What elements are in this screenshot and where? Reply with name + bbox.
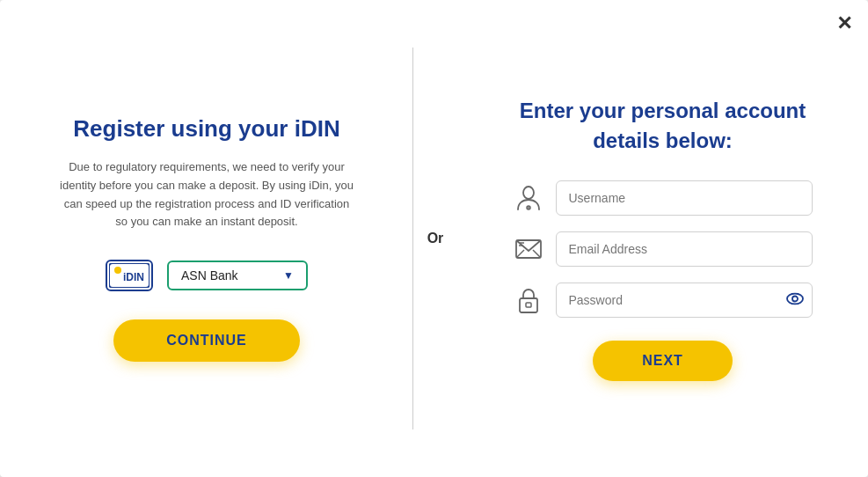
username-input-wrap	[556, 180, 813, 216]
svg-point-3	[523, 187, 534, 199]
username-input[interactable]	[556, 180, 813, 216]
password-group	[514, 283, 813, 318]
svg-point-1	[114, 267, 121, 274]
idin-panel: Register using your iDIN Due to regulato…	[0, 0, 413, 477]
email-icon	[514, 234, 543, 264]
email-group	[514, 231, 813, 267]
lock-icon	[514, 285, 543, 315]
password-input[interactable]	[556, 283, 813, 318]
svg-rect-11	[520, 298, 537, 312]
chevron-down-icon: ▼	[283, 269, 294, 282]
svg-point-13	[787, 293, 803, 304]
svg-point-14	[792, 296, 798, 301]
username-group	[514, 180, 813, 216]
idin-logo: iDIN	[106, 260, 153, 291]
or-label: Or	[427, 231, 444, 246]
registration-modal: ✕ Register using your iDIN Due to regula…	[0, 0, 868, 477]
svg-line-8	[533, 250, 541, 258]
idin-description: Due to regulatory requirements, we need …	[57, 158, 356, 231]
svg-text:iDIN: iDIN	[123, 271, 144, 283]
user-icon	[514, 183, 543, 213]
continue-button[interactable]: CONTINUE	[113, 319, 300, 362]
or-divider: Or	[413, 0, 457, 477]
email-input-wrap	[556, 231, 813, 267]
svg-rect-12	[526, 303, 531, 307]
idin-bank-row: iDIN ASN Bank ▼	[106, 260, 308, 291]
account-title: Enter your personal account details belo…	[501, 96, 824, 155]
svg-line-7	[516, 250, 524, 258]
bank-selector[interactable]: ASN Bank ▼	[167, 261, 308, 290]
idin-title: Register using your iDIN	[73, 115, 339, 143]
next-button[interactable]: NEXT	[593, 341, 733, 381]
password-input-wrap	[556, 283, 813, 318]
toggle-password-icon[interactable]	[786, 290, 804, 309]
account-panel: Enter your personal account details belo…	[457, 0, 868, 477]
bank-selector-value: ASN Bank	[181, 268, 238, 283]
close-button[interactable]: ✕	[836, 12, 852, 35]
email-input[interactable]	[556, 231, 813, 267]
idin-logo-svg: iDIN	[109, 263, 150, 288]
